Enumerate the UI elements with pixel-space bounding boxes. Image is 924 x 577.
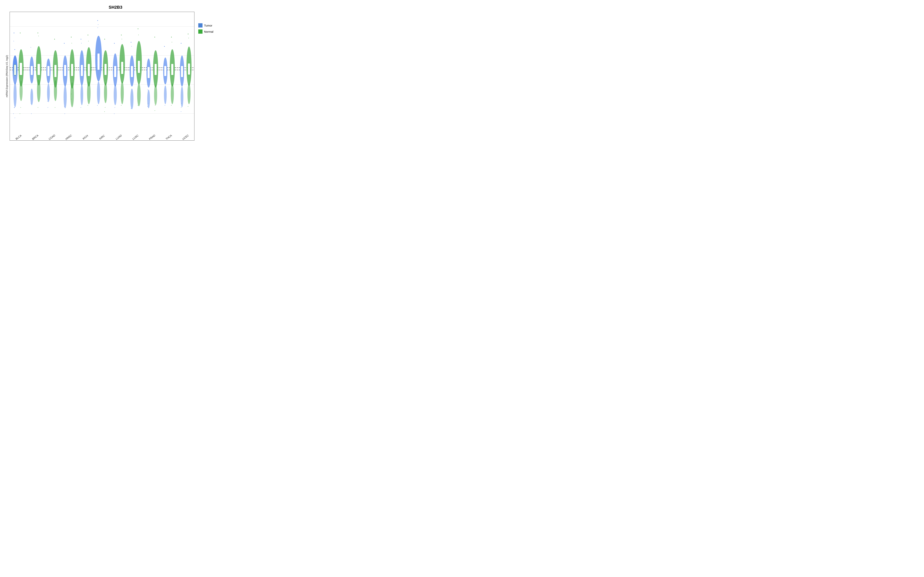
svg-point-135 [130,89,133,110]
svg-point-50 [54,81,57,101]
svg-rect-99 [98,24,99,25]
svg-rect-176 [171,105,171,106]
svg-rect-186 [181,107,181,108]
svg-rect-70 [71,94,72,94]
svg-rect-88 [87,35,88,35]
violin-kich-tumor [79,39,84,108]
violin-brca-tumor [30,47,34,114]
svg-point-80 [81,84,83,105]
svg-rect-41 [37,64,40,75]
svg-rect-45 [47,101,48,102]
svg-rect-13 [14,33,14,33]
x-label-coad: COAD [48,134,56,140]
violin-coad-normal [53,39,58,108]
svg-point-87 [87,81,90,104]
svg-rect-18 [15,118,15,118]
svg-rect-127 [122,39,122,39]
violin-kirc-normal [103,39,108,112]
svg-point-22 [19,81,23,101]
legend-label-tumor: Tumor [204,24,212,27]
svg-rect-114 [104,111,105,112]
svg-rect-119 [114,43,115,44]
svg-rect-98 [97,20,98,21]
violin-luad-normal [120,35,125,106]
x-label-kirc: KIRC [99,134,105,140]
svg-rect-121 [114,113,115,114]
svg-rect-169 [165,105,165,106]
svg-rect-61 [65,113,65,114]
svg-rect-82 [81,43,82,44]
violin-prad-normal [153,37,158,111]
x-label-ucec: UCEC [182,134,189,140]
legend-area: Tumor Normal [196,12,227,140]
violin-lusc-tumor [129,42,134,109]
svg-point-191 [187,84,191,104]
svg-rect-177 [171,64,173,75]
violin-luad-tumor [113,43,118,114]
violin-ucec-tumor [180,43,184,112]
svg-rect-89 [88,41,89,41]
svg-point-125 [121,81,124,104]
svg-rect-188 [181,66,183,77]
svg-point-183 [181,87,183,107]
svg-rect-16 [14,107,15,108]
svg-rect-192 [188,34,189,34]
svg-point-12 [13,82,16,107]
svg-rect-112 [104,39,105,39]
svg-rect-47 [47,66,50,76]
svg-point-37 [37,79,40,102]
violin-coad-tumor [47,58,51,108]
y-axis-label: mRNA Expression (RNASeq V2, log2) [4,12,10,140]
violin-ucec-normal [187,34,192,106]
svg-rect-129 [121,62,123,74]
plot-and-legend: 6 8 10 12 [10,12,227,140]
svg-rect-38 [37,33,38,33]
svg-rect-90 [87,105,88,106]
svg-point-167 [164,85,167,104]
x-label-kich: KICH [82,134,89,140]
svg-rect-23 [20,33,20,33]
violin-hnsc-normal [70,37,75,107]
svg-rect-136 [131,42,131,42]
x-label-prad: PRAD [149,134,156,140]
svg-point-66 [71,82,74,107]
x-label-brca: BRCA [32,134,39,140]
svg-rect-39 [38,36,39,36]
svg-rect-154 [147,90,148,90]
svg-rect-52 [55,107,55,108]
svg-point-97 [97,81,100,104]
legend-box-tumor [198,23,202,27]
svg-rect-194 [188,106,188,106]
svg-point-153 [147,90,150,108]
svg-point-44 [47,84,50,102]
svg-rect-32 [31,113,32,114]
svg-rect-144 [138,35,139,35]
svg-rect-163 [155,110,155,111]
svg-point-142 [137,84,141,106]
svg-rect-193 [189,38,189,38]
legend-item-tumor: Tumor [198,23,227,27]
svg-rect-115 [104,64,107,75]
svg-rect-174 [171,37,172,37]
svg-point-59 [63,85,66,108]
svg-point-118 [114,84,117,105]
violin-thca-normal [170,37,175,106]
chart-title: SH2B3 [4,3,227,10]
svg-rect-40 [38,107,38,108]
svg-point-160 [154,84,157,105]
svg-rect-60 [64,43,65,44]
svg-rect-145 [138,105,138,106]
chart-area: mRNA Expression (RNASeq V2, log2) 6 8 [4,12,227,140]
svg-point-111 [104,82,107,103]
svg-rect-14 [15,49,15,50]
svg-point-173 [171,84,174,104]
svg-rect-62 [64,106,65,106]
legend-box-normal [198,29,202,34]
svg-rect-122 [114,66,116,77]
svg-rect-102 [97,53,100,70]
svg-rect-15 [13,41,14,41]
svg-rect-143 [138,29,138,29]
svg-rect-120 [115,107,115,108]
svg-rect-187 [181,111,181,112]
svg-rect-100 [98,27,98,28]
